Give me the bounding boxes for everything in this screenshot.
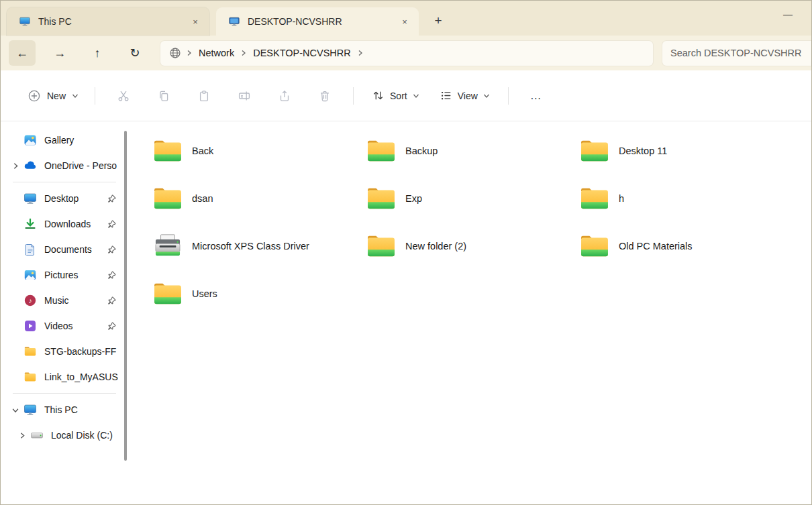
view-button[interactable]: View [432, 83, 497, 108]
tab-desktop-ncvshrr[interactable]: DESKTOP-NCVSHRR × [216, 7, 419, 36]
this-pc-icon [23, 403, 37, 416]
sidebar-item-link-to-myasus[interactable]: Link_to_MyASUS [5, 365, 124, 389]
file-item-desktop-11[interactable]: Desktop 11 [579, 132, 780, 170]
delete-icon [318, 89, 332, 103]
tab-this-pc[interactable]: This PC × [7, 7, 209, 36]
printer-icon [152, 233, 183, 260]
drive-icon [30, 429, 44, 442]
toolbar-separator [508, 87, 509, 105]
sidebar-item-label: Downloads [44, 219, 107, 229]
file-name: Users [192, 288, 217, 299]
copy-icon [157, 89, 170, 103]
address-bar-row: ← → ↑ ↻ Network DESKTOP-NCVSHRR [1, 36, 811, 70]
sidebar-item-desktop[interactable]: Desktop [5, 186, 124, 211]
chevron-right-icon [240, 50, 247, 56]
folder-icon [579, 137, 610, 164]
sidebar-separator [13, 182, 116, 182]
sidebar-item-onedrive[interactable]: OneDrive - Perso [5, 154, 124, 178]
folder-icon [579, 185, 610, 212]
file-item-exp[interactable]: Exp [366, 180, 567, 217]
pin-icon [107, 322, 116, 331]
breadcrumb[interactable]: Network DESKTOP-NCVSHRR [160, 41, 653, 66]
folder-icon [152, 280, 183, 307]
delete-button[interactable] [311, 83, 338, 109]
more-options-button[interactable]: … [521, 85, 552, 107]
file-item-old-pc-materials[interactable]: Old PC Materials [579, 227, 780, 265]
gallery-icon [23, 133, 37, 147]
sidebar-item-gallery[interactable]: Gallery [5, 128, 124, 152]
pin-icon [107, 245, 116, 254]
breadcrumb-item-desktop-ncvshrr[interactable]: DESKTOP-NCVSHRR [247, 44, 357, 62]
sidebar-item-label: OneDrive - Perso [44, 160, 121, 171]
sidebar-item-stg-backups[interactable]: STG-backups-FF [5, 339, 124, 363]
breadcrumb-item-network[interactable]: Network [193, 44, 240, 62]
cut-icon [117, 89, 130, 103]
new-tab-button[interactable]: + [427, 9, 450, 32]
sidebar-item-pictures[interactable]: Pictures [5, 263, 124, 287]
minimize-button[interactable]: — [778, 6, 798, 22]
sidebar-item-videos[interactable]: Videos [5, 314, 124, 338]
new-button-label: New [47, 91, 66, 101]
sidebar-item-music[interactable]: ♪ Music [5, 288, 124, 313]
file-name: Exp [405, 193, 422, 204]
chevron-right-icon [357, 50, 364, 56]
refresh-button[interactable]: ↻ [121, 40, 148, 66]
file-item-dsan[interactable]: dsan [152, 180, 354, 217]
chevron-down-icon [413, 93, 419, 99]
file-name: Backup [405, 146, 438, 156]
file-item-h[interactable]: h [579, 180, 780, 217]
copy-button[interactable] [150, 83, 177, 109]
command-toolbar: New Sort View [1, 70, 811, 121]
sort-button[interactable]: Sort [364, 83, 427, 108]
file-name: dsan [192, 193, 213, 204]
tab-bar: This PC × DESKTOP-NCVSHRR × + — [1, 1, 811, 36]
folder-icon [152, 185, 183, 212]
new-button[interactable]: New [19, 83, 87, 109]
chevron-right-icon[interactable] [14, 432, 30, 439]
back-button[interactable]: ← [9, 40, 36, 66]
pin-icon [107, 194, 116, 203]
this-pc-icon [19, 15, 31, 27]
sidebar-item-documents[interactable]: Documents [5, 237, 124, 262]
view-button-label: View [458, 91, 478, 101]
share-button[interactable] [271, 83, 298, 109]
close-tab-icon[interactable]: × [396, 13, 413, 30]
chevron-right-icon[interactable] [7, 162, 23, 170]
folder-icon [152, 137, 183, 164]
sidebar-item-label: Videos [44, 321, 107, 331]
forward-button[interactable]: → [46, 40, 73, 66]
network-globe-icon [168, 46, 182, 60]
sidebar-item-this-pc[interactable]: This PC [5, 398, 124, 422]
documents-icon [23, 243, 37, 256]
up-button[interactable]: ↑ [84, 40, 111, 66]
chevron-right-icon [186, 50, 193, 56]
sidebar-item-local-disk-c[interactable]: Local Disk (C:) [5, 423, 124, 447]
sidebar-item-label: Pictures [44, 270, 107, 280]
file-item-back[interactable]: Back [152, 132, 354, 170]
sidebar-item-label: This PC [44, 404, 121, 415]
rename-button[interactable] [231, 83, 258, 109]
sidebar-item-downloads[interactable]: Downloads [5, 212, 124, 236]
cut-button[interactable] [110, 83, 137, 109]
file-list: Back Backup Desktop 11 dsan [128, 121, 811, 504]
file-item-xps-driver[interactable]: Microsoft XPS Class Driver [152, 227, 354, 265]
sidebar-separator [13, 393, 116, 394]
chevron-down-icon[interactable] [12, 402, 19, 418]
search-box [662, 41, 811, 66]
search-input[interactable] [670, 48, 803, 58]
explorer-body: Gallery OneDrive - Perso Desktop [1, 121, 811, 504]
file-item-backup[interactable]: Backup [366, 132, 567, 170]
music-icon: ♪ [23, 294, 37, 307]
close-tab-icon[interactable]: × [187, 13, 204, 30]
file-name: Old PC Materials [619, 241, 693, 251]
tab-label: DESKTOP-NCVSHRR [248, 16, 396, 27]
toolbar-separator [95, 87, 95, 105]
sidebar-item-label: Link_to_MyASUS [44, 372, 121, 382]
sidebar-scrollbar[interactable] [124, 131, 127, 461]
folder-icon [366, 185, 397, 212]
share-icon [278, 89, 291, 103]
file-item-users[interactable]: Users [152, 275, 354, 313]
paste-button[interactable] [191, 83, 217, 109]
svg-text:♪: ♪ [28, 296, 32, 304]
file-item-new-folder-2[interactable]: New folder (2) [366, 227, 567, 265]
